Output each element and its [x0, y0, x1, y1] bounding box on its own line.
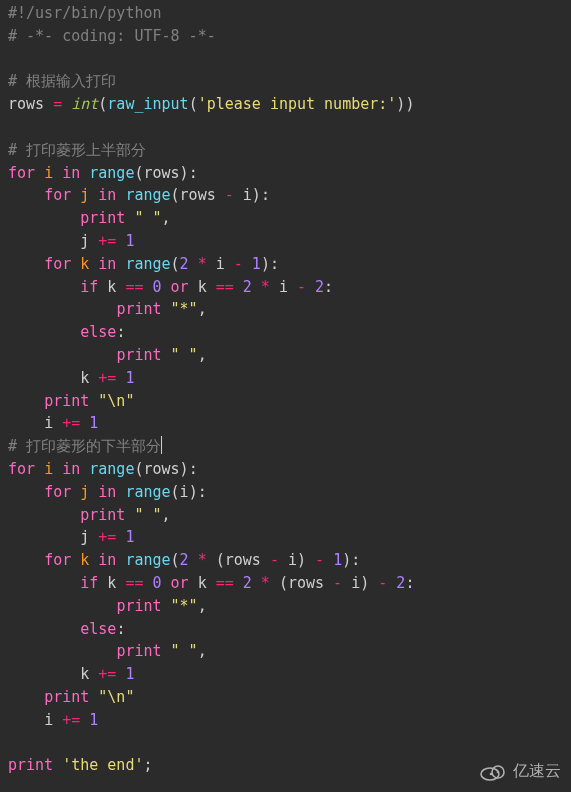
code-line: print "\n"	[8, 688, 134, 706]
text-cursor	[161, 436, 162, 454]
code-line: print " ",	[8, 209, 171, 227]
code-line: k += 1	[8, 665, 134, 683]
code-line: for k in range(2 * (rows - i) - 1):	[8, 551, 360, 569]
code-line: j += 1	[8, 528, 134, 546]
code-line: for k in range(2 * i - 1):	[8, 255, 279, 273]
code-line: print " ",	[8, 506, 171, 524]
code-line: if k == 0 or k == 2 * i - 2:	[8, 278, 333, 296]
code-line: else:	[8, 323, 125, 341]
code-line: # 打印菱形上半部分	[8, 141, 146, 159]
code-line: j += 1	[8, 232, 134, 250]
code-line: if k == 0 or k == 2 * (rows - i) - 2:	[8, 574, 414, 592]
code-line: print " ",	[8, 346, 207, 364]
code-line: print " ",	[8, 642, 207, 660]
code-line: print "*",	[8, 597, 207, 615]
code-line: print "*",	[8, 300, 207, 318]
code-line: k += 1	[8, 369, 134, 387]
code-line: print "\n"	[8, 392, 134, 410]
code-line: # -*- coding: UTF-8 -*-	[8, 27, 216, 45]
code-block: #!/usr/bin/python # -*- coding: UTF-8 -*…	[0, 0, 571, 785]
code-line: for j in range(i):	[8, 483, 207, 501]
code-line: i += 1	[8, 711, 98, 729]
code-line: # 根据输入打印	[8, 72, 116, 90]
code-line: rows = int(raw_input('please input numbe…	[8, 95, 414, 113]
code-line: i += 1	[8, 414, 98, 432]
code-line: else:	[8, 620, 125, 638]
code-line: #!/usr/bin/python	[8, 4, 162, 22]
code-line: print 'the end';	[8, 756, 153, 774]
code-line: # 打印菱形的下半部分	[8, 437, 162, 455]
code-line: for j in range(rows - i):	[8, 186, 270, 204]
code-line: for i in range(rows):	[8, 164, 198, 182]
code-line: for i in range(rows):	[8, 460, 198, 478]
